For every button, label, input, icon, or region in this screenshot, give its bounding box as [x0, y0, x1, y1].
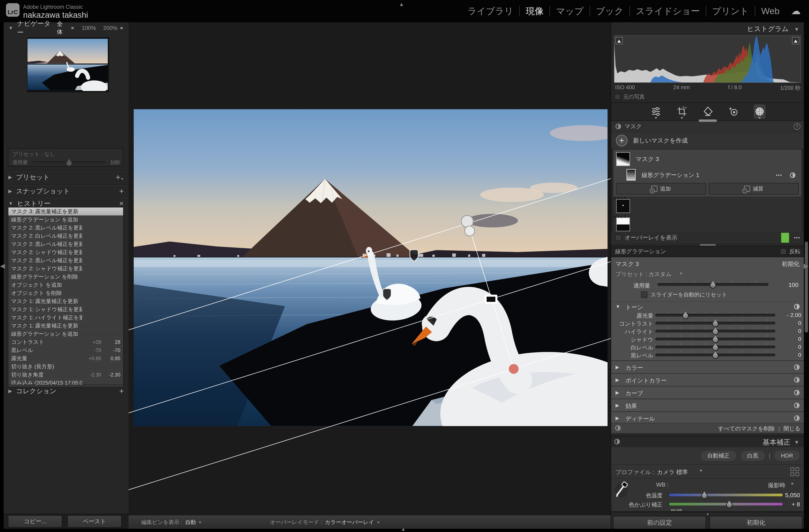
- presets-panel-header[interactable]: ▶ プリセット + ▼: [4, 171, 128, 183]
- navigator-zoom-200[interactable]: 200%: [103, 25, 118, 31]
- cloud-sync-icon[interactable]: ☁: [791, 5, 801, 16]
- mask-footer-eye-icon[interactable]: [615, 425, 621, 431]
- module-tab[interactable]: プリント: [706, 6, 755, 16]
- history-item[interactable]: マスク 1: 露光量補正を更新: [8, 322, 123, 330]
- collapsed-section-header[interactable]: ▶ ポイントカラー: [611, 373, 805, 386]
- overlay-mode-value[interactable]: カラーオーバーレイ: [325, 519, 374, 526]
- mask-1-row[interactable]: マスク 1: [613, 215, 802, 233]
- add-collection-button[interactable]: +: [119, 387, 124, 395]
- module-tab[interactable]: ライブラリ: [462, 6, 519, 16]
- navigator-zoom-100[interactable]: 100%: [82, 25, 96, 31]
- masking-tool[interactable]: [754, 104, 765, 119]
- wb-value[interactable]: 撮影時: [768, 481, 785, 490]
- slider-track[interactable]: [655, 345, 775, 349]
- shadow-clipping-indicator[interactable]: [616, 37, 623, 44]
- footer-collapse-icon[interactable]: ▼: [706, 513, 709, 516]
- navigator-preview[interactable]: [27, 37, 109, 92]
- reset-button[interactable]: 初期化: [709, 516, 803, 529]
- history-item[interactable]: 線形グラデーション を追加: [8, 330, 123, 338]
- create-new-mask-row[interactable]: + 新しいマスクを作成: [611, 132, 805, 149]
- add-preset-button[interactable]: +: [116, 173, 120, 182]
- basic-adjust-tool[interactable]: [650, 104, 662, 119]
- collapse-right-panel-arrow-icon[interactable]: ▶: [804, 262, 809, 270]
- history-item[interactable]: マスク 3: 露光量補正を更新: [8, 208, 123, 216]
- show-overlay-checkbox[interactable]: [615, 234, 621, 241]
- history-item[interactable]: マスク 2: 黒レベル補正を更新: [8, 240, 123, 248]
- slider-track[interactable]: [655, 322, 775, 324]
- expand-icon[interactable]: ▶: [616, 415, 619, 421]
- mask-panel-eye-icon[interactable]: [615, 123, 621, 130]
- tint-slider-thumb[interactable]: [726, 502, 733, 508]
- tone-section-header[interactable]: ▼ トーン: [611, 301, 805, 312]
- collections-panel-header[interactable]: ▶ コレクション +: [4, 385, 128, 396]
- hdr-button[interactable]: HDR: [774, 450, 800, 461]
- section-eye-icon[interactable]: [794, 364, 800, 370]
- expand-icon[interactable]: ▶: [616, 390, 619, 395]
- module-tab[interactable]: スライドショー: [630, 6, 706, 16]
- history-item[interactable]: オブジェクト を追加: [8, 281, 123, 289]
- profile-value[interactable]: カメラ 標準: [657, 468, 688, 476]
- stepper-icon[interactable]: [70, 25, 75, 31]
- collapse-icon[interactable]: ▼: [616, 304, 620, 309]
- basic-panel-header[interactable]: 基本補正 ▼: [611, 436, 805, 448]
- auto-tone-button[interactable]: 自動補正: [701, 450, 737, 461]
- history-item[interactable]: コントラスト +28 28: [8, 338, 123, 346]
- expand-icon[interactable]: ▶: [616, 377, 619, 383]
- mask-subtract-button[interactable]: − 減算: [709, 183, 799, 195]
- crop-tool[interactable]: [676, 104, 688, 119]
- history-item[interactable]: マスク 1: ハイライト補正を更新: [8, 314, 123, 322]
- expand-icon[interactable]: ▶: [616, 365, 619, 370]
- mask-amount-slider-thumb[interactable]: [710, 282, 716, 288]
- delete-all-masks-button[interactable]: すべてのマスクを削除: [718, 425, 775, 432]
- collapsed-section-header[interactable]: ▶ カラー: [611, 361, 805, 373]
- slider-track[interactable]: [655, 314, 775, 317]
- overlay-options-icon[interactable]: •••: [794, 235, 801, 240]
- mask-reset-button[interactable]: 初期化: [782, 260, 799, 268]
- scrollbar-thumb[interactable]: [805, 242, 808, 333]
- collapsed-section-header[interactable]: ▶ カーブ: [611, 386, 805, 399]
- tint-slider-track[interactable]: [669, 502, 783, 506]
- history-item[interactable]: マスク 2: シャドウ補正を更新: [8, 265, 123, 273]
- expand-filmstrip-arrow-icon[interactable]: ▲: [401, 527, 406, 532]
- history-item[interactable]: マスク 1: 露光量補正を更新: [8, 297, 123, 305]
- mask-amount-slider-track[interactable]: [657, 283, 769, 286]
- slider-thumb[interactable]: [682, 313, 689, 319]
- history-item[interactable]: マスク 2: シャドウ補正を更新: [8, 248, 123, 256]
- auto-reset-checkbox[interactable]: [641, 291, 648, 298]
- histogram[interactable]: [614, 35, 801, 83]
- panel-drag-handle[interactable]: [699, 120, 717, 122]
- panel-drag-hand2le[interactable]: [700, 244, 716, 246]
- section-eye-icon[interactable]: [794, 389, 800, 396]
- invert-checkbox[interactable]: [780, 248, 787, 255]
- collapsed-section-header[interactable]: ▶ ディテール: [611, 412, 805, 425]
- heal-remove-tool[interactable]: [702, 104, 714, 119]
- stepper-icon[interactable]: [699, 468, 703, 473]
- slider-track[interactable]: [655, 338, 775, 340]
- navigator-fit-option[interactable]: 全体: [57, 20, 68, 36]
- mask-3-thumbnail[interactable]: [616, 152, 630, 166]
- mask-1-thumbnail[interactable]: [616, 217, 630, 231]
- previous-settings-button[interactable]: 前の設定: [613, 516, 706, 529]
- stepper-icon[interactable]: [119, 25, 124, 31]
- black-white-button[interactable]: 白黒: [740, 450, 765, 461]
- history-item[interactable]: 黒レベル -70 -70: [8, 346, 123, 354]
- history-item[interactable]: 線形グラデーション を追加: [8, 216, 123, 224]
- history-item[interactable]: オブジェクト を削除: [8, 289, 123, 297]
- slider-track[interactable]: [655, 330, 775, 333]
- show-edit-pins-value[interactable]: 自動: [185, 519, 196, 526]
- add-snapshot-button[interactable]: +: [119, 187, 124, 196]
- mask-3-row[interactable]: マスク 3: [613, 149, 802, 169]
- history-item[interactable]: マスク 2: 黒レベル補正を更新: [8, 224, 123, 232]
- stepper-icon[interactable]: [790, 481, 794, 486]
- copy-button[interactable]: コピー...: [8, 515, 62, 528]
- histogram-header[interactable]: ヒストグラム ▼: [747, 24, 799, 33]
- history-item[interactable]: 露光量 +0.95 0.95: [8, 354, 123, 362]
- photo-mount-fuji-swans[interactable]: [134, 109, 607, 426]
- module-tab[interactable]: マップ: [550, 6, 589, 16]
- linear-gradient-1-thumbnail[interactable]: [626, 169, 636, 181]
- linear-gradient-1-row[interactable]: 線形グラデーション 1 •••: [613, 169, 802, 182]
- slider-track[interactable]: [655, 354, 775, 356]
- section-eye-icon[interactable]: [794, 377, 800, 383]
- basic-eye-icon[interactable]: [614, 439, 620, 445]
- create-mask-plus-icon[interactable]: +: [616, 135, 627, 146]
